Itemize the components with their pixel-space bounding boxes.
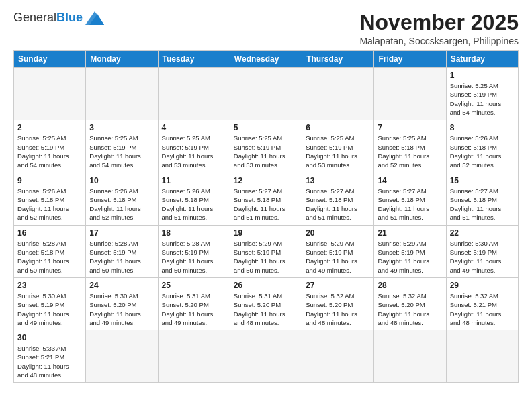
day-cell: 21Sunrise: 5:29 AMSunset: 5:19 PMDayligh… xyxy=(374,225,446,277)
day-cell: 19Sunrise: 5:29 AMSunset: 5:19 PMDayligh… xyxy=(230,225,302,277)
weekday-header-row: SundayMondayTuesdayWednesdayThursdayFrid… xyxy=(14,51,519,68)
day-number: 14 xyxy=(378,176,442,185)
day-cell: 1Sunrise: 5:25 AMSunset: 5:19 PMDaylight… xyxy=(446,68,518,120)
day-number: 3 xyxy=(89,123,154,132)
day-cell: 23Sunrise: 5:30 AMSunset: 5:19 PMDayligh… xyxy=(14,277,86,330)
weekday-header-thursday: Thursday xyxy=(302,51,374,68)
day-cell: 17Sunrise: 5:28 AMSunset: 5:19 PMDayligh… xyxy=(86,225,158,277)
day-cell: 18Sunrise: 5:28 AMSunset: 5:19 PMDayligh… xyxy=(158,225,230,277)
day-cell: 28Sunrise: 5:32 AMSunset: 5:20 PMDayligh… xyxy=(374,277,446,330)
day-number: 23 xyxy=(17,281,82,290)
day-info: Sunrise: 5:26 AMSunset: 5:18 PMDaylight:… xyxy=(89,187,154,222)
day-number: 13 xyxy=(306,176,370,185)
weekday-header-sunday: Sunday xyxy=(14,51,86,68)
day-cell: 24Sunrise: 5:30 AMSunset: 5:20 PMDayligh… xyxy=(86,277,158,330)
day-number: 11 xyxy=(162,176,226,185)
day-info: Sunrise: 5:25 AMSunset: 5:19 PMDaylight:… xyxy=(17,134,82,169)
day-cell xyxy=(86,68,158,120)
day-number: 26 xyxy=(234,281,298,290)
day-number: 17 xyxy=(89,228,154,238)
day-number: 19 xyxy=(234,228,298,238)
day-cell: 8Sunrise: 5:26 AMSunset: 5:18 PMDaylight… xyxy=(446,120,518,173)
day-info: Sunrise: 5:27 AMSunset: 5:18 PMDaylight:… xyxy=(234,187,298,222)
day-cell xyxy=(230,330,302,383)
day-number: 16 xyxy=(17,228,82,238)
page-header: General Blue November 2025 Malapatan, So… xyxy=(13,11,519,46)
day-info: Sunrise: 5:30 AMSunset: 5:19 PMDaylight:… xyxy=(17,291,82,327)
day-number: 20 xyxy=(306,228,370,238)
day-cell xyxy=(446,330,518,383)
day-number: 6 xyxy=(306,123,370,132)
day-info: Sunrise: 5:30 AMSunset: 5:20 PMDaylight:… xyxy=(89,291,154,327)
logo-icon xyxy=(85,11,104,25)
day-info: Sunrise: 5:26 AMSunset: 5:18 PMDaylight:… xyxy=(17,187,82,222)
day-number: 29 xyxy=(450,281,515,290)
month-title: November 2025 xyxy=(359,11,519,34)
week-row-6: 30Sunrise: 5:33 AMSunset: 5:21 PMDayligh… xyxy=(14,330,519,383)
logo-general: General xyxy=(13,11,56,25)
day-cell: 16Sunrise: 5:28 AMSunset: 5:18 PMDayligh… xyxy=(14,225,86,277)
day-cell xyxy=(158,68,230,120)
day-info: Sunrise: 5:25 AMSunset: 5:19 PMDaylight:… xyxy=(162,134,226,169)
day-cell: 2Sunrise: 5:25 AMSunset: 5:19 PMDaylight… xyxy=(14,120,86,173)
day-info: Sunrise: 5:27 AMSunset: 5:18 PMDaylight:… xyxy=(378,187,442,222)
day-info: Sunrise: 5:29 AMSunset: 5:19 PMDaylight:… xyxy=(378,239,442,275)
day-cell: 20Sunrise: 5:29 AMSunset: 5:19 PMDayligh… xyxy=(302,225,374,277)
day-number: 27 xyxy=(306,281,370,290)
day-info: Sunrise: 5:32 AMSunset: 5:21 PMDaylight:… xyxy=(450,291,515,327)
week-row-5: 23Sunrise: 5:30 AMSunset: 5:19 PMDayligh… xyxy=(14,277,519,330)
day-cell: 15Sunrise: 5:27 AMSunset: 5:18 PMDayligh… xyxy=(446,173,518,225)
day-cell: 12Sunrise: 5:27 AMSunset: 5:18 PMDayligh… xyxy=(230,173,302,225)
day-info: Sunrise: 5:25 AMSunset: 5:19 PMDaylight:… xyxy=(450,81,515,117)
day-cell: 14Sunrise: 5:27 AMSunset: 5:18 PMDayligh… xyxy=(374,173,446,225)
day-number: 28 xyxy=(378,281,442,290)
day-info: Sunrise: 5:29 AMSunset: 5:19 PMDaylight:… xyxy=(306,239,370,275)
day-cell: 4Sunrise: 5:25 AMSunset: 5:19 PMDaylight… xyxy=(158,120,230,173)
day-number: 7 xyxy=(378,123,442,132)
week-row-2: 2Sunrise: 5:25 AMSunset: 5:19 PMDaylight… xyxy=(14,120,519,173)
day-cell xyxy=(374,330,446,383)
day-number: 2 xyxy=(17,123,82,132)
day-number: 15 xyxy=(450,176,515,185)
day-number: 9 xyxy=(17,176,82,185)
logo-blue: Blue xyxy=(56,11,83,25)
day-cell: 25Sunrise: 5:31 AMSunset: 5:20 PMDayligh… xyxy=(158,277,230,330)
day-info: Sunrise: 5:25 AMSunset: 5:18 PMDaylight:… xyxy=(378,134,442,169)
day-info: Sunrise: 5:28 AMSunset: 5:18 PMDaylight:… xyxy=(17,239,82,275)
day-info: Sunrise: 5:30 AMSunset: 5:19 PMDaylight:… xyxy=(450,239,515,275)
weekday-header-tuesday: Tuesday xyxy=(158,51,230,68)
day-info: Sunrise: 5:32 AMSunset: 5:20 PMDaylight:… xyxy=(378,291,442,327)
day-cell: 13Sunrise: 5:27 AMSunset: 5:18 PMDayligh… xyxy=(302,173,374,225)
day-cell xyxy=(86,330,158,383)
day-info: Sunrise: 5:31 AMSunset: 5:20 PMDaylight:… xyxy=(162,291,226,327)
day-cell xyxy=(302,330,374,383)
day-number: 22 xyxy=(450,228,515,238)
weekday-header-monday: Monday xyxy=(86,51,158,68)
day-number: 5 xyxy=(234,123,298,132)
day-info: Sunrise: 5:25 AMSunset: 5:19 PMDaylight:… xyxy=(89,134,154,169)
day-number: 30 xyxy=(17,333,82,342)
day-cell xyxy=(374,68,446,120)
calendar-table: SundayMondayTuesdayWednesdayThursdayFrid… xyxy=(13,50,519,383)
day-info: Sunrise: 5:27 AMSunset: 5:18 PMDaylight:… xyxy=(450,187,515,222)
day-cell: 10Sunrise: 5:26 AMSunset: 5:18 PMDayligh… xyxy=(86,173,158,225)
day-cell: 6Sunrise: 5:25 AMSunset: 5:19 PMDaylight… xyxy=(302,120,374,173)
weekday-header-wednesday: Wednesday xyxy=(230,51,302,68)
day-cell: 22Sunrise: 5:30 AMSunset: 5:19 PMDayligh… xyxy=(446,225,518,277)
day-cell xyxy=(230,68,302,120)
day-info: Sunrise: 5:33 AMSunset: 5:21 PMDaylight:… xyxy=(17,344,82,379)
day-cell: 7Sunrise: 5:25 AMSunset: 5:18 PMDaylight… xyxy=(374,120,446,173)
day-info: Sunrise: 5:27 AMSunset: 5:18 PMDaylight:… xyxy=(306,187,370,222)
day-number: 21 xyxy=(378,228,442,238)
location: Malapatan, Soccsksargen, Philippines xyxy=(359,36,519,46)
day-cell: 26Sunrise: 5:31 AMSunset: 5:20 PMDayligh… xyxy=(230,277,302,330)
weekday-header-saturday: Saturday xyxy=(446,51,518,68)
day-cell: 11Sunrise: 5:26 AMSunset: 5:18 PMDayligh… xyxy=(158,173,230,225)
day-info: Sunrise: 5:25 AMSunset: 5:19 PMDaylight:… xyxy=(234,134,298,169)
day-number: 18 xyxy=(162,228,226,238)
day-cell: 30Sunrise: 5:33 AMSunset: 5:21 PMDayligh… xyxy=(14,330,86,383)
day-info: Sunrise: 5:25 AMSunset: 5:19 PMDaylight:… xyxy=(306,134,370,169)
day-info: Sunrise: 5:28 AMSunset: 5:19 PMDaylight:… xyxy=(162,239,226,275)
day-info: Sunrise: 5:28 AMSunset: 5:19 PMDaylight:… xyxy=(89,239,154,275)
day-cell: 27Sunrise: 5:32 AMSunset: 5:20 PMDayligh… xyxy=(302,277,374,330)
